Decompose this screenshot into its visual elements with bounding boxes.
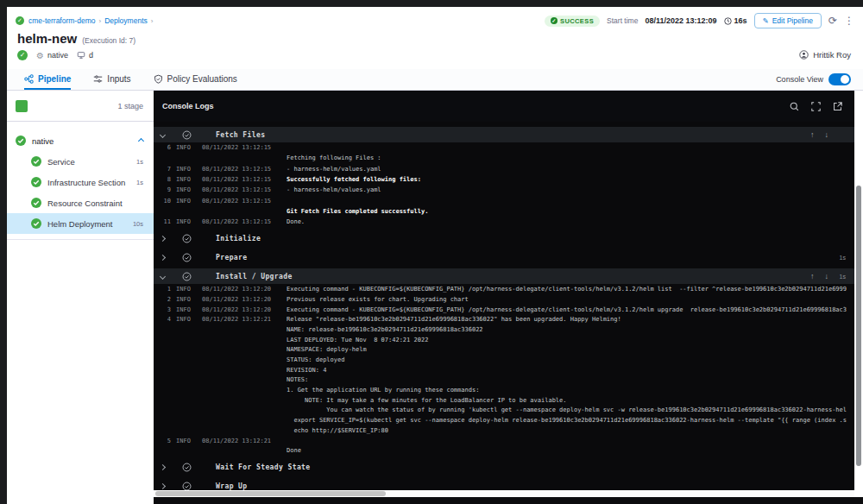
success-check-icon	[31, 198, 41, 208]
step-success-icon	[182, 253, 192, 262]
log-line: Git Fetch Files completed successfully.	[154, 206, 854, 217]
log-line: 10INFO08/11/2022 13:12:15	[154, 195, 854, 205]
log-line: NAMESPACE: deploy-helm	[154, 345, 854, 356]
success-check-icon	[16, 135, 26, 146]
section-title: Wait For Steady State	[216, 463, 311, 471]
chevron-down-icon	[160, 131, 166, 137]
scroll-top-icon[interactable]: ↑	[810, 272, 815, 280]
step-duration: 10s	[133, 220, 143, 228]
breadcrumb-project[interactable]: cme-terraform-demo	[28, 16, 95, 25]
stage-status-square-icon	[16, 100, 28, 112]
log-line: STATUS: deployed	[154, 355, 854, 365]
log-section-wrap-up[interactable]: Wrap Up	[154, 478, 854, 490]
log-section-fetch-files[interactable]: Fetch Files ↑ ↓	[154, 127, 854, 142]
scroll-top-icon[interactable]: ↑	[810, 130, 815, 139]
service-tag-label: native	[47, 51, 68, 60]
chevron-right-icon	[160, 236, 166, 242]
console-title: Console Logs	[162, 102, 214, 110]
chevron-right-icon	[160, 483, 166, 489]
execution-success-icon: ✓	[17, 50, 28, 60]
breadcrumb: ✓ cme-terraform-demo › Deployments › ✓ S…	[16, 14, 854, 28]
inputs-icon	[93, 74, 103, 84]
log-line: export SERVICE_IP=$(kubectl get svc --na…	[154, 415, 854, 425]
duration-value: 16s	[734, 16, 747, 25]
console-view-toggle[interactable]	[828, 73, 851, 85]
horizontal-scrollbar-thumb[interactable]	[155, 491, 386, 496]
install-upgrade-logs: 1INFO08/11/2022 13:12:20Executing comman…	[154, 284, 854, 456]
log-section-install-upgrade[interactable]: Install / Upgrade ↑ ↓ 1s	[154, 268, 854, 284]
success-check-icon: ✓	[551, 17, 557, 24]
stage-sidebar: 1 stage native Service 1s Infrastructure…	[7, 91, 154, 504]
success-check-icon	[31, 156, 41, 167]
tab-pipeline-label: Pipeline	[38, 74, 71, 84]
chevron-up-icon[interactable]	[138, 137, 144, 143]
success-check-icon	[31, 218, 41, 229]
pencil-icon: ✎	[763, 16, 769, 25]
external-link-icon[interactable]	[833, 102, 842, 111]
vertical-scrollbar[interactable]	[854, 91, 863, 504]
scroll-bottom-icon[interactable]: ↓	[825, 272, 829, 280]
tab-pipeline[interactable]: Pipeline	[24, 69, 71, 90]
chevron-right-icon	[160, 464, 166, 470]
log-line: echo http://$SERVICE_IP:80	[154, 425, 854, 436]
section-duration: 1s	[837, 255, 846, 261]
breadcrumb-separator: ›	[98, 17, 101, 25]
tab-policy-evaluations[interactable]: Policy Evaluations	[154, 69, 237, 90]
sidebar-item-helm-deployment[interactable]: Helm Deployment 10s	[7, 213, 154, 234]
vertical-scrollbar-thumb[interactable]	[856, 186, 861, 466]
log-section-wait-for-steady-state[interactable]: Wait For Steady State	[154, 459, 854, 475]
horizontal-scrollbar[interactable]	[154, 490, 854, 497]
log-line: LAST DEPLOYED: Tue Nov 8 07:42:21 2022	[154, 335, 854, 345]
log-line: NOTES:	[154, 375, 854, 386]
log-line: Fetching following Files :	[154, 153, 854, 163]
section-title: Prepare	[216, 254, 248, 261]
log-line: 1. Get the application URL by running th…	[154, 385, 854, 395]
log-line: 9INFO08/11/2022 13:12:15- harness-helm/v…	[154, 185, 854, 195]
log-section-initialize[interactable]: Initialize	[154, 230, 854, 246]
sidebar-item-native-stage[interactable]: native	[7, 130, 154, 151]
search-icon[interactable]	[790, 102, 799, 111]
step-label: Helm Deployment	[47, 219, 113, 229]
log-line: REVISION: 4	[154, 365, 854, 375]
refresh-icon[interactable]: ⟳	[828, 16, 837, 26]
environment-tag: d	[77, 51, 93, 60]
start-time-value: 08/11/2022 13:12:09	[645, 16, 716, 25]
kebab-menu-icon[interactable]: ⋮	[844, 16, 854, 26]
project-icon: ✓	[16, 16, 24, 25]
user-info: Hrittik Roy	[799, 50, 851, 60]
stage-name: native	[32, 136, 54, 146]
log-section-prepare[interactable]: Prepare 1s	[154, 249, 854, 265]
tab-inputs-label: Inputs	[107, 74, 130, 84]
success-check-icon	[31, 177, 41, 187]
section-duration: 1s	[837, 274, 846, 280]
duration: 16s	[724, 16, 747, 25]
log-line: 7INFO08/11/2022 13:12:15- harness-helm/v…	[154, 164, 854, 174]
step-success-icon	[182, 463, 192, 472]
log-line: 8INFO08/11/2022 13:12:15Successfully fet…	[154, 174, 854, 185]
scroll-bottom-icon[interactable]: ↓	[825, 130, 829, 139]
tab-inputs[interactable]: Inputs	[93, 69, 130, 90]
service-tag: ⚙ native	[36, 51, 68, 60]
person-icon	[799, 50, 809, 60]
environment-icon	[77, 51, 85, 60]
pipeline-icon	[24, 74, 34, 84]
edit-pipeline-button[interactable]: ✎ Edit Pipeline	[754, 13, 822, 28]
log-line: 11INFO08/11/2022 13:12:15Done.	[154, 217, 854, 227]
fullscreen-icon[interactable]	[811, 102, 821, 111]
sidebar-item-infrastructure-section[interactable]: Infrastructure Section 1s	[7, 172, 154, 192]
log-line: 6INFO08/11/2022 13:12:15	[154, 142, 854, 153]
shield-check-icon	[154, 74, 163, 84]
console-body[interactable]: Fetch Files ↑ ↓ 6INFO08/11/2022 13:12:15…	[154, 122, 854, 490]
step-duration: 1s	[136, 158, 143, 166]
breadcrumb-deployments[interactable]: Deployments	[104, 16, 148, 25]
section-title: Fetch Files	[216, 131, 265, 139]
execution-id: (Execution Id: 7)	[82, 36, 135, 45]
step-success-icon	[182, 272, 192, 281]
log-line: 1INFO08/11/2022 13:12:20Executing comman…	[154, 284, 854, 294]
status-badge: ✓ SUCCESS	[545, 16, 600, 27]
sidebar-item-service[interactable]: Service 1s	[7, 151, 154, 172]
console-footer-bar	[154, 497, 863, 504]
divider	[7, 239, 154, 240]
step-label: Infrastructure Section	[47, 178, 125, 187]
sidebar-item-resource-constraint[interactable]: Resource Constraint	[7, 192, 154, 213]
